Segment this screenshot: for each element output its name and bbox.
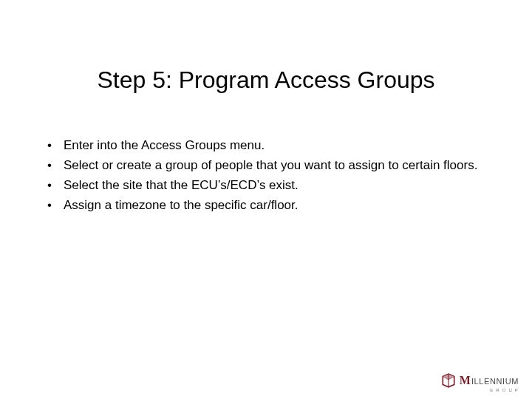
logo-rest-letters: ILLENNIUM <box>471 378 519 386</box>
slide-title: Step 5: Program Access Groups <box>0 66 532 94</box>
slide: Step 5: Program Access Groups Enter into… <box>0 0 532 399</box>
brand-logo: M ILLENNIUM G R O U P <box>440 372 519 389</box>
bullet-list: Enter into the Access Groups menu. Selec… <box>44 137 488 214</box>
list-item: Enter into the Access Groups menu. <box>44 137 488 154</box>
list-item: Select the site that the ECU’s/ECD’s exi… <box>44 177 488 194</box>
logo-first-letter: M <box>460 375 471 386</box>
slide-content: Enter into the Access Groups menu. Selec… <box>44 137 488 217</box>
logo-subtext: G R O U P <box>490 388 519 392</box>
logo-mark-icon <box>440 372 457 389</box>
list-item: Assign a timezone to the specific car/fl… <box>44 197 488 214</box>
list-item: Select or create a group of people that … <box>44 157 488 174</box>
logo-text: M ILLENNIUM G R O U P <box>460 375 519 386</box>
